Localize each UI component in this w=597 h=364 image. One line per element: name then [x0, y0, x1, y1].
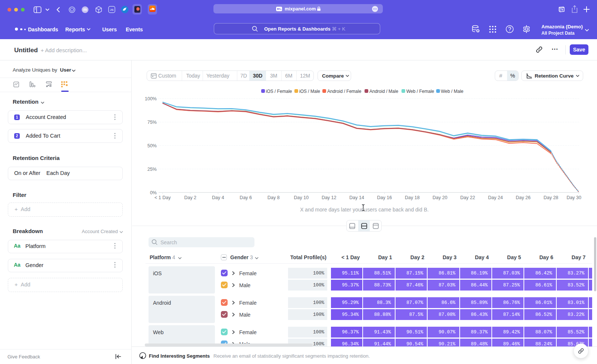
svg-text:Day 30: Day 30: [566, 195, 581, 200]
svg-text:Day 2: Day 2: [184, 195, 197, 200]
svg-text:JS: JS: [110, 8, 114, 12]
svg-text:75%: 75%: [147, 120, 157, 125]
svg-text:Day 18: Day 18: [405, 195, 420, 200]
svg-text:Day 22: Day 22: [460, 195, 475, 200]
svg-text:Day 4: Day 4: [212, 195, 224, 200]
svg-text:< 1 Day: < 1 Day: [154, 195, 171, 200]
svg-text:100%: 100%: [145, 96, 157, 101]
svg-text:Day 24: Day 24: [488, 195, 503, 200]
svg-text:Day 6: Day 6: [240, 195, 252, 200]
svg-text:50%: 50%: [147, 143, 157, 148]
svg-text:Day 20: Day 20: [432, 195, 447, 200]
svg-text:25%: 25%: [147, 167, 157, 172]
svg-text:N: N: [561, 8, 563, 12]
svg-text:0%: 0%: [150, 190, 157, 195]
svg-text:Day 10: Day 10: [294, 195, 309, 200]
svg-text:Day 8: Day 8: [268, 195, 280, 200]
svg-text:Day 14: Day 14: [349, 195, 364, 200]
svg-text:Day 28: Day 28: [544, 195, 559, 200]
svg-text:Day 12: Day 12: [322, 195, 337, 200]
svg-text:Day 26: Day 26: [516, 195, 531, 200]
svg-text:Day 16: Day 16: [377, 195, 392, 200]
